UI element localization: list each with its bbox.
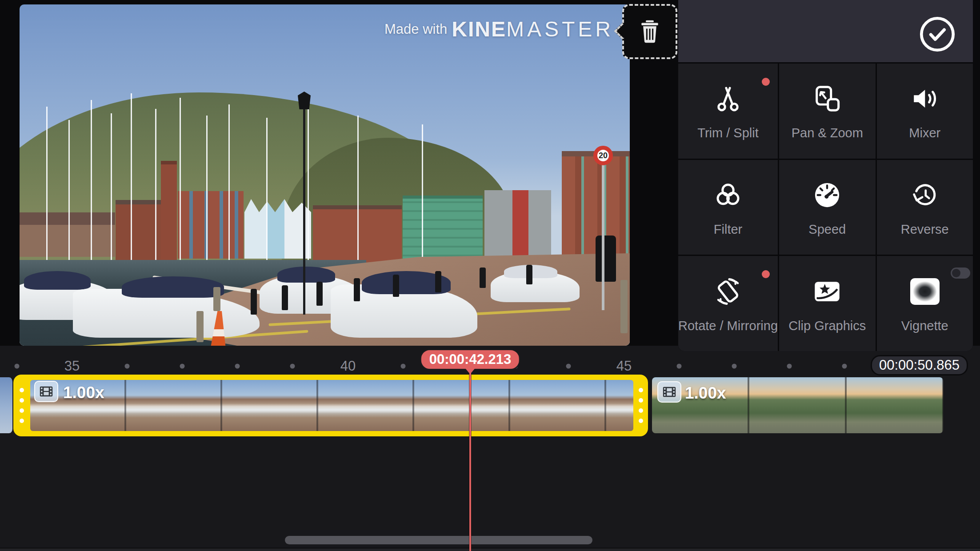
option-reverse[interactable]: Reverse (877, 160, 973, 255)
bollard (435, 271, 441, 292)
wooden-post (196, 311, 204, 342)
trash-icon (635, 17, 664, 46)
total-duration-badge: 00:00:50.865 (871, 355, 968, 375)
mast (155, 109, 156, 269)
speedometer-icon (811, 179, 844, 212)
clip-speed-label: 1.00x (685, 385, 726, 401)
mast (131, 93, 132, 269)
watermark-brand-light: MASTER (506, 17, 614, 41)
film-icon (657, 381, 681, 403)
next-video-clip[interactable]: 1.00x (652, 377, 943, 433)
speaker-icon (908, 82, 941, 115)
sign-pole (602, 164, 604, 310)
option-label: Filter (714, 223, 742, 236)
option-label: Vignette (901, 319, 948, 332)
black-bin (596, 236, 616, 282)
ruler-tick-dot (787, 364, 792, 369)
previous-clip-edge[interactable] (0, 377, 14, 433)
option-label: Rotate / Mirroring (678, 319, 778, 332)
option-filter[interactable]: Filter (678, 160, 778, 255)
ruler-tick-dot (235, 364, 240, 369)
bollard (526, 265, 532, 284)
option-label: Mixer (909, 127, 940, 140)
video-preview[interactable]: 20 Made withKINEMASTER (20, 4, 630, 346)
option-label: Trim / Split (697, 127, 758, 140)
wooden-post (213, 287, 220, 311)
modern-building (484, 190, 551, 260)
option-vignette[interactable]: Vignette (877, 256, 973, 351)
ruler-tick-dot (290, 364, 295, 369)
watermark-prefix: Made with (384, 21, 447, 37)
option-speed[interactable]: Speed (779, 160, 875, 255)
kinemaster-watermark: Made withKINEMASTER (384, 17, 614, 41)
option-label: Speed (808, 223, 846, 236)
delete-clip-button[interactable] (622, 4, 677, 59)
watermark-brand-bold: KINE (452, 17, 506, 41)
mast (228, 104, 230, 269)
trim-handle-right[interactable] (633, 375, 648, 436)
new-badge-dot (762, 78, 770, 86)
ruler-tick-dot (566, 364, 571, 369)
option-label: Pan & Zoom (792, 127, 863, 140)
bollard (354, 278, 360, 301)
vignette-toggle[interactable] (951, 268, 970, 279)
ruler-second-label: 40 (340, 358, 356, 374)
mast (308, 109, 309, 260)
reverse-clock-icon (908, 179, 941, 212)
mast (111, 113, 112, 269)
ruler-second-label: 45 (616, 358, 632, 374)
mast (180, 98, 181, 269)
option-mixer[interactable]: Mixer (877, 64, 973, 159)
mast (46, 107, 48, 271)
mast (422, 124, 423, 258)
option-rotate-mirroring[interactable]: Rotate / Mirroring (678, 256, 778, 351)
pan-zoom-icon (811, 82, 844, 115)
ruler-tick-dot (125, 364, 130, 369)
kinemaster-app: 20 Made withKINEMASTER (0, 0, 980, 551)
option-pan-zoom[interactable]: Pan & Zoom (779, 64, 875, 159)
new-badge-dot (762, 270, 770, 278)
option-label: Reverse (901, 223, 949, 236)
option-clip-graphics[interactable]: Clip Graphics (779, 256, 875, 351)
ruler-tick-dot (401, 364, 406, 369)
options-grid: Trim / Split Pan & Zoom (678, 64, 973, 351)
panel-header (678, 0, 973, 62)
scissors-icon (712, 82, 744, 115)
bollard (282, 285, 288, 310)
bottom-edge-strip (0, 548, 980, 551)
check-circle-icon (918, 15, 957, 54)
buildings-left (20, 212, 115, 257)
filter-icon (712, 179, 744, 212)
option-trim-split[interactable]: Trim / Split (678, 64, 778, 159)
timeline-scrollbar[interactable] (285, 536, 592, 544)
playhead-line (469, 372, 471, 551)
rotate-mirror-icon (712, 275, 744, 308)
clip-speed-label: 1.00x (63, 384, 104, 401)
speed-limit-sign: 20 (593, 146, 613, 165)
mast (91, 100, 92, 269)
ruler-tick-dot (732, 364, 737, 369)
timeline-area[interactable]: 35 40 45 00:00:50.865 00:00:42.213 (0, 346, 980, 551)
ruler-tick-dot (677, 364, 682, 369)
mast (266, 118, 268, 264)
mast (357, 116, 359, 262)
ruler-tick-dot (180, 364, 185, 369)
ruler-tick-dot (842, 364, 847, 369)
bollard (480, 268, 486, 288)
confirm-button[interactable] (918, 15, 957, 54)
current-time-badge: 00:00:42.213 (420, 349, 520, 370)
boat-cover (277, 267, 335, 283)
toggle-knob (952, 269, 960, 277)
trim-handle-left[interactable] (13, 375, 30, 436)
ruler-tick-dot (15, 364, 20, 369)
selected-video-clip[interactable]: 1.00x (13, 375, 648, 436)
mast (206, 116, 208, 269)
film-icon (34, 381, 58, 402)
boat-cover (24, 271, 91, 290)
red-tower (161, 161, 177, 262)
apartment-block (178, 191, 244, 259)
scaffold-building (403, 196, 483, 264)
boat-cover (122, 276, 224, 298)
lamp-head (298, 92, 311, 109)
vignette-icon (908, 275, 941, 308)
